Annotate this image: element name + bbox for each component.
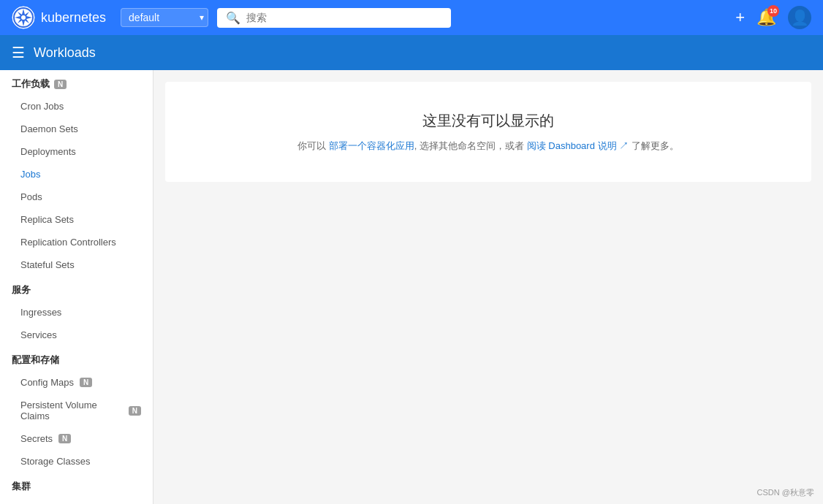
config-maps-badge: N bbox=[80, 378, 92, 387]
sidebar-item-pvc[interactable]: Persistent Volume Claims N bbox=[0, 394, 153, 427]
sidebar-section-workloads: 工作负载 N bbox=[0, 70, 153, 95]
sidebar-item-secrets[interactable]: Secrets N bbox=[0, 427, 153, 450]
add-button[interactable]: + bbox=[735, 8, 745, 27]
sidebar-item-replication-controllers[interactable]: Replication Controllers bbox=[0, 231, 153, 253]
logo-text: kubernetes bbox=[41, 10, 106, 26]
sidebar-item-config-maps[interactable]: Config Maps N bbox=[0, 371, 153, 394]
search-input[interactable] bbox=[246, 12, 442, 23]
empty-description: 你可以 部署一个容器化应用, 选择其他命名空间，或者 阅读 Dashboard … bbox=[297, 140, 679, 153]
empty-desc-mid: , 选择其他命名空间，或者 bbox=[414, 140, 527, 151]
sidebar-item-jobs[interactable]: Jobs bbox=[0, 163, 153, 186]
sidebar-section-cluster: 集群 bbox=[0, 473, 153, 497]
sidebar-section-config-storage: 配置和存储 bbox=[0, 346, 153, 371]
sidebar-item-deployments[interactable]: Deployments bbox=[0, 140, 153, 163]
empty-state-card: 这里没有可以显示的 你可以 部署一个容器化应用, 选择其他命名空间，或者 阅读 … bbox=[165, 82, 811, 182]
sidebar-item-cluster-role-bindings[interactable]: Cluster Role Bindings bbox=[0, 497, 153, 504]
top-nav: kubernetes defaultkube-systemkube-public… bbox=[0, 0, 823, 35]
section-title: Workloads bbox=[34, 45, 96, 61]
watermark: CSDN @秋意零 bbox=[757, 487, 814, 498]
sidebar-item-services[interactable]: Services bbox=[0, 324, 153, 346]
search-icon: 🔍 bbox=[226, 11, 240, 25]
top-nav-right: + 🔔 10 👤 bbox=[735, 6, 811, 29]
sidebar-section-services: 服务 bbox=[0, 276, 153, 301]
deploy-app-link[interactable]: 部署一个容器化应用 bbox=[329, 140, 414, 151]
sidebar: 工作负载 N Cron Jobs Daemon Sets Deployments… bbox=[0, 70, 153, 504]
workloads-badge: N bbox=[54, 80, 67, 89]
config-storage-section-label: 配置和存储 bbox=[12, 354, 59, 367]
notification-badge: 10 bbox=[767, 5, 779, 17]
svg-point-3 bbox=[21, 15, 26, 20]
sidebar-item-ingresses[interactable]: Ingresses bbox=[0, 301, 153, 324]
sidebar-item-pods[interactable]: Pods bbox=[0, 186, 153, 208]
namespace-selector[interactable]: defaultkube-systemkube-public ▾ bbox=[121, 8, 208, 27]
main-content: 这里没有可以显示的 你可以 部署一个容器化应用, 选择其他命名空间，或者 阅读 … bbox=[153, 70, 823, 504]
namespace-select[interactable]: defaultkube-systemkube-public bbox=[121, 8, 208, 27]
workloads-section-label: 工作负载 bbox=[12, 77, 50, 91]
notifications-button[interactable]: 🔔 10 bbox=[756, 8, 776, 27]
kubernetes-logo-icon bbox=[12, 6, 35, 29]
pvc-badge: N bbox=[129, 406, 141, 416]
logo-area: kubernetes bbox=[12, 6, 106, 29]
section-bar: ☰ Workloads bbox=[0, 35, 823, 70]
search-area: 🔍 bbox=[217, 8, 451, 28]
empty-title: 这里没有可以显示的 bbox=[422, 111, 554, 131]
services-section-label: 服务 bbox=[12, 283, 31, 297]
sidebar-item-storage-classes[interactable]: Storage Classes bbox=[0, 450, 153, 473]
empty-desc-pre: 你可以 bbox=[297, 140, 329, 151]
account-icon: 👤 bbox=[791, 9, 809, 26]
cluster-section-label: 集群 bbox=[12, 480, 31, 493]
empty-desc-post: 了解更多。 bbox=[629, 140, 679, 151]
user-avatar[interactable]: 👤 bbox=[788, 6, 811, 29]
add-icon: + bbox=[735, 8, 745, 27]
secrets-badge: N bbox=[58, 434, 71, 443]
sidebar-item-replica-sets[interactable]: Replica Sets bbox=[0, 208, 153, 231]
main-layout: 工作负载 N Cron Jobs Daemon Sets Deployments… bbox=[0, 70, 823, 504]
sidebar-item-stateful-sets[interactable]: Stateful Sets bbox=[0, 253, 153, 276]
sidebar-item-cron-jobs[interactable]: Cron Jobs bbox=[0, 95, 153, 118]
dashboard-docs-link[interactable]: 阅读 Dashboard 说明 ↗ bbox=[527, 140, 629, 151]
sidebar-item-daemon-sets[interactable]: Daemon Sets bbox=[0, 118, 153, 140]
hamburger-button[interactable]: ☰ bbox=[12, 44, 25, 61]
